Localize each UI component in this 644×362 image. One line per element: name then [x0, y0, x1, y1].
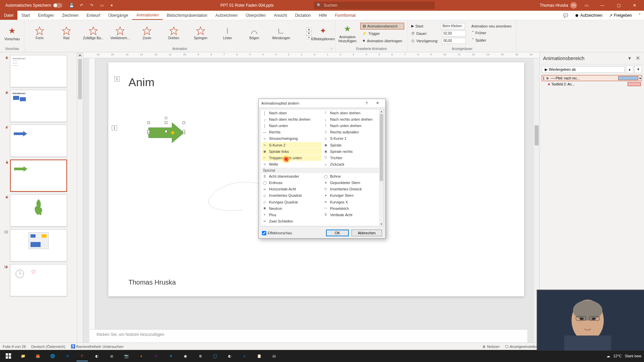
path-option[interactable]: 〰Pinselstrich	[323, 205, 382, 212]
preview-button[interactable]: ★ Vorschau	[2, 22, 22, 45]
anim-zoom[interactable]: Zoom	[134, 22, 160, 44]
animation-dialog-launcher[interactable]: ⤢	[330, 47, 334, 51]
record-button[interactable]: ⏺Aufzeichnen	[572, 13, 606, 18]
path-option[interactable]: ▽Invertiertes Dreieck	[323, 186, 382, 192]
tab-review[interactable]: Überprüfen	[241, 11, 270, 20]
save-icon[interactable]: 💾	[68, 2, 75, 9]
close-icon[interactable]: ✕	[628, 0, 641, 11]
taskbar-app-3[interactable]: 📷	[119, 351, 133, 361]
gallery-scroll-down[interactable]: ▼	[306, 32, 312, 35]
qat-dropdown-icon[interactable]: ▾	[108, 2, 115, 9]
start-slideshow-icon[interactable]: ▭	[98, 2, 105, 9]
slide-thumbnail-panel[interactable]: 5★Animationen───────── 6★Animationen 7★ …	[0, 52, 77, 343]
path-option[interactable]: ┘Nach oben drehen	[323, 110, 382, 116]
accessibility-button[interactable]: ♿Barrierefreiheit: Untersuchen	[71, 344, 124, 349]
path-option[interactable]: ┌Nach oben rechts drehen	[262, 116, 321, 122]
notes-button[interactable]: 🗎Notizen	[482, 345, 499, 349]
path-option[interactable]: ✱Neutron	[262, 205, 321, 212]
animation-pane-button[interactable]: ▤Animationsbereich	[360, 23, 404, 29]
animation-painter-button[interactable]: ★Animation übertragen	[360, 38, 404, 44]
anim-grow-shrink[interactable]: Verkleinern...	[107, 22, 133, 44]
tab-home[interactable]: Start	[17, 11, 34, 20]
path-option[interactable]: │Nach unten	[262, 123, 321, 129]
taskbar-onenote[interactable]: N	[149, 351, 163, 361]
path-option[interactable]: ∞Zwei Schleifen	[262, 218, 321, 224]
taskbar-telegram[interactable]: ✈	[164, 351, 178, 361]
thumb-8[interactable]: 8★	[0, 158, 77, 193]
anim-form[interactable]: Form	[26, 22, 53, 44]
ribbon-display-options-icon[interactable]: ▭	[580, 0, 593, 11]
animation-item-1[interactable]: 1 🖱 ⟿ Pfeil: nach rec... ▾	[542, 75, 642, 81]
slide-counter[interactable]: Folie 8 von 26	[3, 345, 26, 349]
animation-item-2[interactable]: ★ Textfeld 2: An...	[542, 81, 642, 87]
path-option[interactable]: ✦Kurviger Stern	[323, 192, 382, 198]
item-dropdown-icon[interactable]: ▾	[639, 76, 641, 80]
path-option[interactable]: ∿S-Kurve 2	[262, 142, 321, 148]
path-option[interactable]: ◉Spirale links	[262, 148, 321, 155]
thumb-10[interactable]: 10	[0, 228, 77, 263]
taskbar-powerpoint[interactable]: P	[75, 351, 89, 361]
path-option[interactable]: 8Acht übereinander	[262, 173, 321, 179]
path-option[interactable]: —Rechts	[262, 129, 321, 135]
path-option[interactable]: ∿Welle	[262, 161, 321, 167]
path-option[interactable]: ◯Erdnuss	[262, 180, 321, 186]
play-from-button[interactable]: ▶Wiedergeben ab	[542, 66, 625, 73]
path-option[interactable]: 8Vertikale Acht	[323, 212, 382, 218]
thumbnail-scrollbar[interactable]: ▲	[77, 52, 83, 343]
tab-animations[interactable]: Animationen	[132, 11, 163, 20]
taskbar-app-4[interactable]: ●	[134, 351, 148, 361]
maximize-icon[interactable]: ▢	[612, 0, 625, 11]
path-option[interactable]: ◉Spirale rechts	[323, 148, 382, 155]
add-animation-button[interactable]: ★ Animation hinzufügen	[337, 22, 358, 45]
delay-field[interactable]: ⏲Verzögerung:00,00	[411, 38, 466, 44]
taskbar-app-9[interactable]: 📋	[252, 351, 266, 361]
share-button[interactable]: ↗Freigeben	[606, 13, 635, 18]
taskbar-app-8[interactable]: ◐	[223, 351, 237, 361]
anim-turns[interactable]: Wendungen	[268, 22, 294, 44]
animation-tag-arrow[interactable]: 1	[112, 125, 117, 130]
path-option[interactable]: │Nach oben	[262, 110, 321, 116]
start-button[interactable]	[1, 351, 15, 361]
taskbar-app-2[interactable]: ▣	[105, 351, 119, 361]
anim-wheel[interactable]: Rad	[53, 22, 79, 44]
path-option[interactable]: ⟁Zickzack	[323, 161, 382, 167]
language-indicator[interactable]: Deutsch (Österreich)	[31, 345, 65, 349]
search-box[interactable]: 🔍	[314, 2, 435, 9]
path-option[interactable]: ∿Sinusschwingung	[262, 135, 321, 141]
tab-record[interactable]: Aufzeichnen	[211, 11, 241, 20]
dialog-help-button[interactable]: ?	[361, 99, 372, 108]
user-account[interactable]: Thomas Hruska TH	[540, 2, 577, 9]
animation-tag-title[interactable]: 1	[114, 76, 120, 81]
path-option[interactable]: ◇Invertiertes Quadrat	[262, 192, 321, 198]
taskbar-firefox[interactable]: 🦊	[31, 351, 45, 361]
thumb-6[interactable]: 6★Animationen	[0, 88, 77, 123]
start-field[interactable]: ▶Start:Beim Klicken	[411, 23, 466, 29]
minimize-icon[interactable]: —	[596, 0, 609, 11]
ribbon-collapse-icon[interactable]: ˅	[635, 13, 644, 18]
tab-help[interactable]: Hilfe	[315, 11, 331, 20]
anim-swivel[interactable]: Drehen	[161, 22, 187, 44]
path-option[interactable]: ✕Kurviges X	[323, 199, 382, 205]
trigger-button[interactable]: ⚡Trigger	[360, 30, 404, 37]
tab-shape-format[interactable]: Formformat	[331, 11, 360, 20]
path-option[interactable]: ◉Spirale	[323, 142, 382, 148]
pane-close-icon[interactable]: ✕	[635, 55, 641, 61]
path-option[interactable]: ⌐Treppen nach unten	[262, 155, 321, 161]
path-option[interactable]: ∞Horizontale Acht	[262, 186, 321, 192]
tab-draw[interactable]: Zeichnen	[58, 11, 83, 20]
taskbar-app-10[interactable]: 🗂	[267, 351, 281, 361]
path-option[interactable]: └Nach unten drehen	[323, 123, 382, 129]
taskbar-app-6[interactable]: ⊚	[193, 351, 207, 361]
cancel-button[interactable]: Abbrechen	[352, 230, 382, 236]
gallery-expand[interactable]: ▾	[306, 36, 312, 39]
dialog-title-bar[interactable]: Animationspfad ändern ? ✕	[259, 99, 385, 108]
taskbar-outlook[interactable]: ✉	[60, 351, 74, 361]
thumb-5[interactable]: 5★Animationen─────────	[0, 54, 77, 88]
tab-file[interactable]: Datei	[0, 11, 17, 20]
anim-bounce[interactable]: Springen	[187, 22, 214, 44]
dialog-close-button[interactable]: ✕	[372, 99, 383, 108]
anim-lines[interactable]: Linien	[214, 22, 240, 44]
path-option[interactable]: ∿S-Kurve 1	[323, 135, 382, 141]
path-option[interactable]: +Plus	[262, 212, 321, 218]
thumb-9[interactable]: 9★	[0, 193, 77, 228]
